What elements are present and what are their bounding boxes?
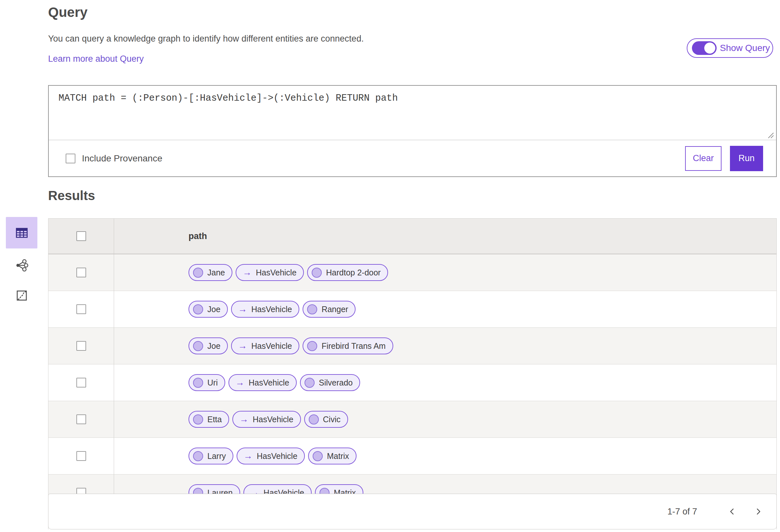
pill-label: Jane xyxy=(207,268,225,277)
row-checkbox[interactable] xyxy=(77,414,86,424)
entity-pill[interactable]: Ranger xyxy=(303,301,355,318)
entity-pill[interactable]: Firebird Trans Am xyxy=(303,337,393,354)
pagination-bar: 1-7 of 7 xyxy=(48,494,777,529)
path-column-header: path xyxy=(114,219,776,254)
view-link-chart-button[interactable] xyxy=(6,255,37,276)
query-input[interactable]: MATCH path = (:Person)-[:HasVehicle]->(:… xyxy=(49,86,776,140)
relationship-pill[interactable]: →HasVehicle xyxy=(231,301,299,318)
results-title: Results xyxy=(48,189,95,203)
query-panel-toolbar: Include Provenance Clear Run xyxy=(49,140,776,176)
path-cell: Uri→HasVehicleSilverado xyxy=(114,364,776,401)
pill-label: Silverado xyxy=(319,378,353,387)
arrow-right-icon: → xyxy=(239,415,248,424)
pill-label: HasVehicle xyxy=(251,305,292,314)
pill-label: Joe xyxy=(207,341,221,351)
entity-pill[interactable]: Larry xyxy=(189,447,233,465)
page-title: Query xyxy=(48,5,87,20)
query-actions: Clear Run xyxy=(685,146,763,171)
pill-label: Etta xyxy=(207,415,222,424)
pill-label: HasVehicle xyxy=(252,415,293,424)
entity-pill[interactable]: Hardtop 2-door xyxy=(307,264,388,281)
entity-node-icon xyxy=(307,304,317,314)
view-map-button[interactable] xyxy=(6,285,37,306)
entity-pill[interactable]: Uri xyxy=(189,374,225,391)
pill-label: Civic xyxy=(323,415,341,424)
pill-label: HasVehicle xyxy=(251,341,292,351)
row-select-cell xyxy=(48,438,114,474)
include-provenance-option[interactable]: Include Provenance xyxy=(66,153,162,164)
entity-pill[interactable]: Civic xyxy=(304,411,348,428)
pill-label: Uri xyxy=(207,378,218,387)
row-select-cell xyxy=(48,364,114,401)
entity-pill[interactable]: Joe xyxy=(189,337,228,354)
relationship-pill[interactable]: →HasVehicle xyxy=(237,447,305,465)
row-checkbox[interactable] xyxy=(77,304,86,314)
entity-node-icon xyxy=(312,268,322,278)
view-table-button[interactable] xyxy=(6,217,37,249)
entity-pill[interactable]: Matrix xyxy=(308,447,356,465)
table-row: Joe→HasVehicleFirebird Trans Am xyxy=(48,328,776,364)
pill-label: Larry xyxy=(207,451,226,461)
table-row: Etta→HasVehicleCivic xyxy=(48,401,776,438)
table-row: Larry→HasVehicleMatrix xyxy=(48,438,776,475)
row-select-cell xyxy=(48,254,114,291)
entity-node-icon xyxy=(313,451,323,461)
clear-button[interactable]: Clear xyxy=(685,146,722,171)
table-rows: Jane→HasVehicleHardtop 2-door Joe→HasVeh… xyxy=(48,254,776,511)
show-query-toggle[interactable]: Show Query xyxy=(687,38,773,58)
run-button[interactable]: Run xyxy=(730,146,763,171)
pill-label: Matrix xyxy=(327,451,349,461)
entity-node-icon xyxy=(193,268,203,278)
arrow-right-icon: → xyxy=(238,305,247,314)
entity-node-icon xyxy=(193,378,203,388)
relationship-pill[interactable]: →HasVehicle xyxy=(229,374,297,391)
entity-pill[interactable]: Joe xyxy=(189,301,228,318)
row-select-cell xyxy=(48,401,114,437)
row-select-cell xyxy=(48,328,114,364)
entity-node-icon xyxy=(193,451,203,461)
link-chart-icon xyxy=(15,259,29,272)
path-cell: Etta→HasVehicleCivic xyxy=(114,401,776,437)
toggle-knob xyxy=(704,43,715,54)
entity-node-icon xyxy=(309,414,319,425)
pill-label: HasVehicle xyxy=(257,451,297,461)
next-page-button[interactable] xyxy=(751,504,765,519)
previous-page-button[interactable] xyxy=(725,504,739,519)
entity-pill[interactable]: Jane xyxy=(189,264,232,281)
include-provenance-label: Include Provenance xyxy=(82,153,162,164)
pill-label: HasVehicle xyxy=(249,378,289,387)
row-checkbox[interactable] xyxy=(77,268,86,277)
toggle-switch-icon[interactable] xyxy=(692,41,717,55)
pill-label: Firebird Trans Am xyxy=(322,341,385,351)
learn-more-link[interactable]: Learn more about Query xyxy=(48,54,144,64)
table-row: Uri→HasVehicleSilverado xyxy=(48,364,776,401)
entity-pill[interactable]: Silverado xyxy=(300,374,360,391)
query-panel: MATCH path = (:Person)-[:HasVehicle]->(:… xyxy=(48,85,777,177)
relationship-pill[interactable]: →HasVehicle xyxy=(236,264,304,281)
path-cell: Larry→HasVehicleMatrix xyxy=(114,438,776,474)
row-checkbox[interactable] xyxy=(77,341,86,351)
table-row: Joe→HasVehicleRanger xyxy=(48,291,776,328)
table-header-row: path xyxy=(48,219,776,254)
query-description: You can query a knowledge graph to ident… xyxy=(48,34,364,44)
relationship-pill[interactable]: →HasVehicle xyxy=(232,411,301,428)
include-provenance-checkbox[interactable] xyxy=(66,154,76,163)
relationship-pill[interactable]: →HasVehicle xyxy=(231,337,299,354)
chevron-right-icon xyxy=(754,508,762,516)
pagination-range: 1-7 of 7 xyxy=(667,507,697,517)
resize-handle-icon[interactable] xyxy=(767,131,775,139)
path-cell: Joe→HasVehicleRanger xyxy=(114,291,776,327)
pill-label: Ranger xyxy=(322,305,348,314)
row-checkbox[interactable] xyxy=(77,451,86,461)
entity-node-icon xyxy=(193,304,203,314)
results-view-sidebar xyxy=(6,217,37,318)
table-row: Jane→HasVehicleHardtop 2-door xyxy=(48,254,776,291)
results-table: path Jane→HasVehicleHardtop 2-door Joe→H… xyxy=(48,218,777,529)
path-cell: Joe→HasVehicleFirebird Trans Am xyxy=(114,328,776,364)
table-grid-icon xyxy=(15,226,29,240)
entity-node-icon xyxy=(193,414,203,425)
path-cell: Jane→HasVehicleHardtop 2-door xyxy=(114,254,776,291)
select-all-checkbox[interactable] xyxy=(77,231,86,241)
entity-pill[interactable]: Etta xyxy=(189,411,229,428)
row-checkbox[interactable] xyxy=(77,378,86,387)
